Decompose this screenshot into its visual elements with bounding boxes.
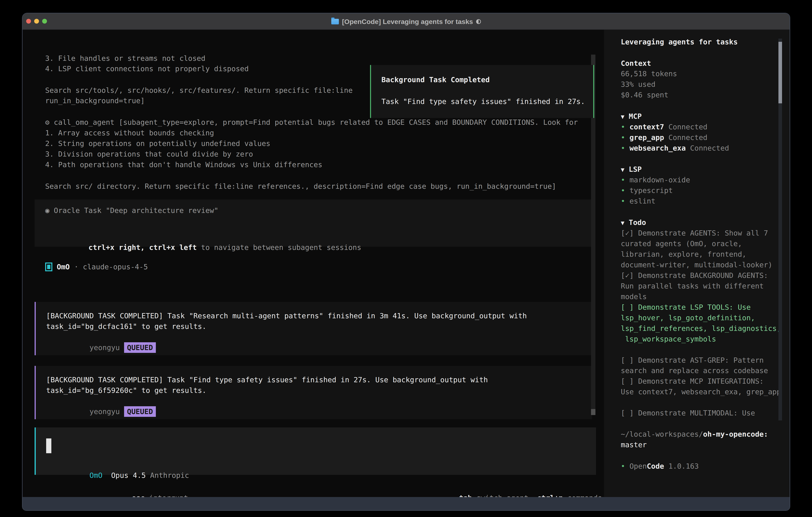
todo-section-header[interactable]: ▼ Todo	[621, 217, 646, 228]
mcp-item: • grep_app Connected	[621, 132, 707, 143]
content-area: 3. File handles or streams not closed 4.…	[23, 30, 790, 497]
active-model: Opus 4.5	[111, 471, 146, 480]
bullet-icon: •	[621, 144, 625, 152]
todo-line-active: [ ] Demonstrate LSP TOOLS: Use	[621, 302, 751, 312]
text-cursor	[46, 438, 51, 453]
active-agent: OmO	[89, 471, 103, 480]
username: yeongyu	[89, 407, 120, 416]
oracle-task-hint: ctrl+x right, ctrl+x left to navigate be…	[45, 232, 361, 242]
task-message-line: task_id="bg_6f59260c" to get results.	[46, 385, 206, 396]
transcript-line: Search src/tools/, src/hooks/, src/featu…	[45, 85, 353, 96]
todo-line-pending: Use context7, websearch_exa, grep_app	[621, 386, 781, 397]
sidebar-scrollbar-thumb[interactable]	[778, 42, 782, 103]
window-title-area: [OpenCode] Leveraging agents for tasks	[23, 13, 790, 30]
titlebar: [OpenCode] Leveraging agents for tasks	[23, 13, 790, 30]
shortcut-keys: ctrl+x right, ctrl+x left	[88, 243, 197, 251]
chevron-down-icon: ▼	[621, 113, 625, 120]
queued-badge: QUEUED	[124, 406, 156, 417]
todo-line-active: lsp_find_references, lsp_diagnostics,	[621, 323, 781, 334]
transcript-line: 4. Path operations that don't handle Win…	[45, 159, 322, 170]
oracle-task-box: ◉ Oracle Task "Deep architecture review"…	[35, 199, 592, 247]
agent-name: OmO	[57, 263, 70, 271]
toast-body: Task "Find type safety issues" finished …	[381, 96, 585, 107]
username: yeongyu	[89, 344, 120, 352]
todo-line-pending: [ ] Demonstrate MCP INTEGRATIONS:	[621, 376, 764, 386]
task-message-line: [BACKGROUND TASK COMPLETED] Task "Find t…	[46, 375, 488, 385]
lsp-item: • typescript	[621, 185, 673, 196]
transcript-line: Search src/ directory. Return specific f…	[45, 181, 556, 192]
bullet-icon: •	[621, 186, 625, 194]
lsp-section-header[interactable]: ▼ LSP	[621, 164, 642, 174]
sidebar: Leveraging agents for tasks Context 66,5…	[604, 30, 790, 497]
transcript-line: run_in_background=true]	[45, 96, 145, 106]
oracle-task-title: ◉ Oracle Task "Deep architecture review"	[45, 205, 219, 216]
task-message-line: [BACKGROUND TASK COMPLETED] Task "Resear…	[46, 310, 527, 321]
todo-line-done: document-writer, multimodal-looker)	[621, 260, 773, 270]
todo-line-done: models	[621, 291, 647, 302]
toast-title: Background Task Completed	[381, 74, 490, 85]
sidebar-scrollbar[interactable]	[778, 38, 782, 420]
context-spent: $0.46 spent	[621, 89, 668, 100]
agent-model: claude-opus-4-5	[83, 263, 148, 271]
transcript-line: 3. File handles or streams not closed	[45, 53, 205, 63]
main-scrollbar-thumb[interactable]	[591, 409, 596, 415]
context-heading: Context	[621, 58, 651, 69]
transcript-line: 2. String operations on potentially unde…	[45, 138, 270, 149]
app-version: • OpenCode 1.0.163	[621, 461, 699, 471]
half-moon-icon	[476, 19, 481, 24]
bullet-icon: •	[621, 176, 625, 184]
window-footer-strip	[23, 497, 790, 511]
task-message-footer: yeongyuQUEUED	[46, 396, 156, 406]
transcript-line: 3. Division operations that could divide…	[45, 149, 253, 159]
toast-notification: Background Task Completed Task "Find typ…	[370, 65, 594, 118]
background-task-message: [BACKGROUND TASK COMPLETED] Task "Resear…	[35, 302, 592, 355]
todo-line-pending: [ ] Demonstrate AST-GREP: Pattern	[621, 355, 764, 365]
todo-line-pending: search and replace across codebase	[621, 365, 768, 376]
todo-line-done: [✓] Demonstrate AGENTS: Show all 7	[621, 228, 768, 238]
lsp-item: • markdown-oxide	[621, 174, 690, 185]
agent-header: OmO · claude-opus-4-5	[45, 262, 148, 272]
mcp-item: • context7 Connected	[621, 121, 707, 132]
status-bar: ········ esc interrupt tab switch agent …	[23, 482, 602, 493]
todo-line-done: Run parallel tasks with different	[621, 281, 764, 291]
task-message-footer: yeongyuQUEUED	[46, 332, 156, 342]
git-branch: master	[621, 439, 647, 450]
screen: [OpenCode] Leveraging agents for tasks 3…	[0, 0, 812, 517]
main-scrollbar-top-segment	[591, 55, 596, 65]
task-message-line: task_id="bg_dcfac161" to get results.	[46, 321, 206, 332]
tool-call-line: ⚙ call_omo_agent [subagent_type=explore,…	[45, 117, 578, 128]
context-used: 33% used	[621, 79, 655, 89]
todo-line-active: lsp_hover, lsp_goto_definition,	[621, 312, 755, 323]
chevron-down-icon: ▼	[621, 219, 625, 226]
todo-line-done: [✓] Demonstrate BACKGROUND AGENTS:	[621, 270, 768, 281]
todo-line-done: curated agents (OmO, oracle,	[621, 238, 742, 249]
bullet-icon: •	[621, 123, 625, 131]
mcp-section-header[interactable]: ▼ MCP	[621, 111, 642, 121]
prompt-input[interactable]: OmO Opus 4.5 Anthropic	[35, 428, 596, 475]
workspace-path: ~/local-workspaces/oh-my-opencode:	[621, 429, 768, 439]
lsp-item: • eslint	[621, 196, 655, 206]
terminal-window: [OpenCode] Leveraging agents for tasks 3…	[22, 13, 790, 511]
model-provider: Anthropic	[150, 471, 189, 480]
separator-dot: ·	[74, 263, 79, 271]
mcp-item: • websearch_exa Connected	[621, 143, 729, 153]
background-task-message: [BACKGROUND TASK COMPLETED] Task "Find t…	[35, 366, 592, 419]
bullet-icon: •	[621, 133, 625, 141]
queued-badge: QUEUED	[124, 342, 156, 353]
window-title: [OpenCode] Leveraging agents for tasks	[342, 18, 473, 26]
context-tokens: 66,518 tokens	[621, 69, 677, 79]
chevron-down-icon: ▼	[621, 166, 625, 173]
session-title: Leveraging agents for tasks	[621, 36, 738, 47]
todo-line-pending: [ ] Demonstrate MULTIMODAL: Use	[621, 408, 755, 418]
agent-icon	[45, 263, 52, 271]
bullet-icon: •	[621, 462, 625, 470]
transcript-line: 1. Array access without bounds checking	[45, 128, 214, 138]
bullet-icon: •	[621, 197, 625, 205]
transcript-line: 4. LSP client connections not properly d…	[45, 63, 249, 74]
folder-icon	[331, 19, 339, 24]
todo-line-done: librarian, explore, frontend,	[621, 249, 747, 260]
todo-line-active: lsp_workspace_symbols	[621, 334, 716, 344]
